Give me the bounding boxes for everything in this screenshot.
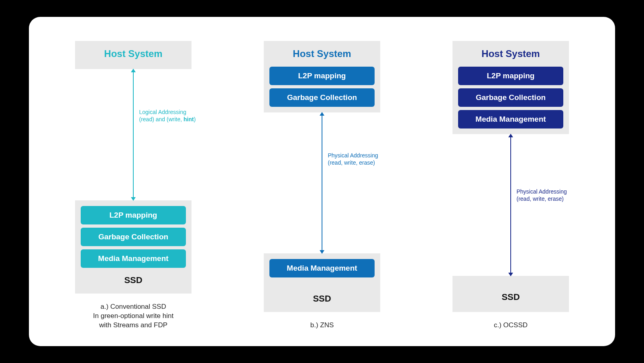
arrow-label-a-line2-bold: hint xyxy=(183,116,194,122)
pill-gc-c: Garbage Collection xyxy=(458,88,563,107)
host-title-b: Host System xyxy=(269,46,375,63)
pill-l2p-c: L2P mapping xyxy=(458,67,563,85)
ssd-label-c: SSD xyxy=(501,292,520,302)
arrow-a: Logical Addressing (read) and (write, hi… xyxy=(75,69,192,200)
arrow-line-icon xyxy=(510,134,511,276)
caption-b: b.) ZNS xyxy=(310,321,334,330)
caption-c: c.) OCSSD xyxy=(494,321,528,330)
ssd-box-b: Media Management SSD xyxy=(264,253,380,312)
arrow-down-icon xyxy=(320,250,324,254)
arrow-label-b-line2: (read, write, erase) xyxy=(328,159,375,166)
caption-a-l1: a.) Conventional SSD xyxy=(100,303,166,310)
pill-gc-b: Garbage Collection xyxy=(269,88,375,107)
arrow-line-icon xyxy=(133,69,134,200)
caption-a-l2: In green-optional write hint xyxy=(93,312,173,320)
arrow-label-a-line2-pre: (read) and (write, xyxy=(139,116,183,122)
pill-mm-b: Media Management xyxy=(269,259,375,277)
column-ocssd: Host System L2P mapping Garbage Collecti… xyxy=(438,41,583,330)
arrow-c: Physical Addressing (read, write, erase) xyxy=(452,134,569,276)
arrow-down-icon xyxy=(131,197,136,201)
arrow-line-icon xyxy=(322,112,322,253)
host-title-c: Host System xyxy=(458,46,563,63)
arrow-label-c-line1: Physical Addressing xyxy=(517,188,567,195)
ssd-label-a: SSD xyxy=(81,268,186,288)
pill-gc-a: Garbage Collection xyxy=(81,228,186,246)
host-box-a: Host System xyxy=(75,41,192,69)
host-title-a: Host System xyxy=(81,46,186,63)
arrow-up-icon xyxy=(131,69,136,72)
column-conventional-ssd: Host System Logical Addressing (read) an… xyxy=(61,41,206,330)
pill-l2p-b: L2P mapping xyxy=(269,67,375,85)
caption-a: a.) Conventional SSD In green-optional w… xyxy=(93,302,173,330)
caption-a-l3: with Streams and FDP xyxy=(99,321,167,329)
arrow-label-a: Logical Addressing (read) and (write, hi… xyxy=(139,108,196,123)
diagram-canvas: Host System Logical Addressing (read) an… xyxy=(29,17,615,346)
arrow-label-c-line2: (read, write, erase) xyxy=(517,196,564,202)
ssd-box-a: L2P mapping Garbage Collection Media Man… xyxy=(75,200,192,294)
arrow-down-icon xyxy=(508,273,513,276)
arrow-label-b-line1: Physical Addressing xyxy=(328,152,378,159)
arrow-label-a-line1: Logical Addressing xyxy=(139,109,187,115)
column-zns: Host System L2P mapping Garbage Collecti… xyxy=(250,41,394,330)
arrow-label-b: Physical Addressing (read, write, erase) xyxy=(328,152,378,166)
arrow-up-icon xyxy=(320,112,324,116)
pill-l2p-a: L2P mapping xyxy=(81,206,186,224)
arrow-up-icon xyxy=(508,134,513,137)
arrow-b: Physical Addressing (read, write, erase) xyxy=(264,112,380,253)
arrow-label-a-line2-post: ) xyxy=(194,116,196,122)
ssd-box-c: SSD xyxy=(452,276,569,312)
pill-mm-a: Media Management xyxy=(81,249,186,268)
ssd-label-b: SSD xyxy=(269,277,375,306)
arrow-label-c: Physical Addressing (read, write, erase) xyxy=(517,188,567,202)
pill-mm-c: Media Management xyxy=(458,110,563,128)
host-box-b: Host System L2P mapping Garbage Collecti… xyxy=(264,41,380,112)
host-box-c: Host System L2P mapping Garbage Collecti… xyxy=(452,41,569,134)
